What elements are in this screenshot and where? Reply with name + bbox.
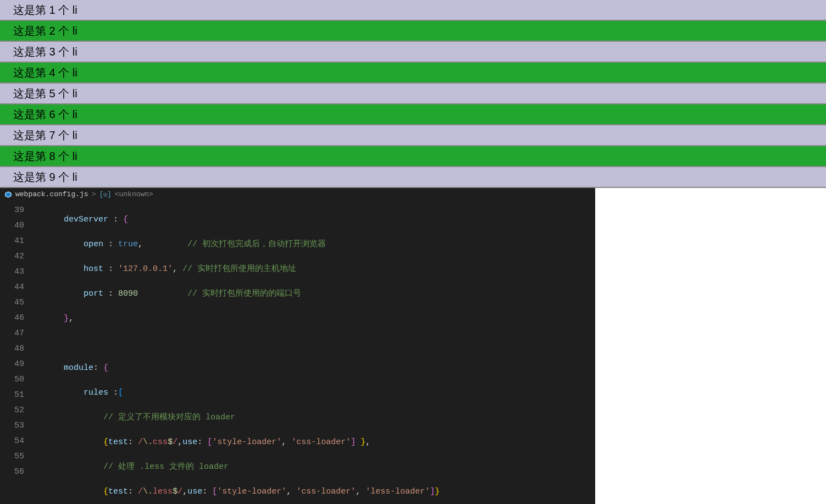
- line-number[interactable]: 51: [0, 387, 24, 403]
- webpack-file-icon: [4, 191, 12, 198]
- line-number-gutter[interactable]: 39 40 41 42 43 44 45 46 47 48 49 50 51 5…: [0, 201, 34, 504]
- list-item: 这是第 6 个 li: [0, 104, 826, 125]
- list-item: 这是第 2 个 li: [0, 21, 826, 42]
- list-item: 这是第 7 个 li: [0, 125, 826, 146]
- breadcrumb[interactable]: webpack.config.js > [◎] <unknown>: [0, 188, 595, 201]
- line-number[interactable]: 39: [0, 203, 24, 218]
- line-number[interactable]: 46: [0, 311, 24, 326]
- line-number[interactable]: 48: [0, 341, 24, 357]
- list-item: 这是第 9 个 li: [0, 167, 826, 188]
- line-number[interactable]: 45: [0, 295, 24, 311]
- list-item: 这是第 8 个 li: [0, 146, 826, 167]
- fold-column[interactable]: [34, 201, 44, 504]
- line-number[interactable]: 47: [0, 326, 24, 341]
- breadcrumb-separator: >: [92, 190, 96, 198]
- line-number[interactable]: 43: [0, 264, 24, 280]
- line-number[interactable]: 42: [0, 249, 24, 264]
- breadcrumb-file[interactable]: webpack.config.js: [15, 190, 88, 198]
- demo-list: 这是第 1 个 li 这是第 2 个 li 这是第 3 个 li 这是第 4 个…: [0, 0, 826, 188]
- breadcrumb-symbol[interactable]: <unknown>: [115, 190, 153, 198]
- list-item: 这是第 3 个 li: [0, 42, 826, 63]
- list-item: 这是第 5 个 li: [0, 84, 826, 104]
- line-number[interactable]: 50: [0, 372, 24, 387]
- symbol-bracket-icon: [◎]: [99, 190, 111, 198]
- code-content[interactable]: devServer : { open : true, // 初次打包完成后，自动…: [44, 201, 595, 504]
- line-number[interactable]: 54: [0, 434, 24, 449]
- list-item: 这是第 4 个 li: [0, 63, 826, 84]
- line-number[interactable]: 56: [0, 464, 24, 480]
- line-number[interactable]: 49: [0, 357, 24, 372]
- code-editor[interactable]: webpack.config.js > [◎] <unknown> 39 40 …: [0, 188, 595, 504]
- line-number[interactable]: 40: [0, 218, 24, 234]
- line-number[interactable]: 53: [0, 418, 24, 434]
- line-number[interactable]: 41: [0, 234, 24, 249]
- line-number[interactable]: 55: [0, 449, 24, 464]
- list-item: 这是第 1 个 li: [0, 0, 826, 21]
- line-number[interactable]: 52: [0, 403, 24, 418]
- line-number[interactable]: 44: [0, 280, 24, 295]
